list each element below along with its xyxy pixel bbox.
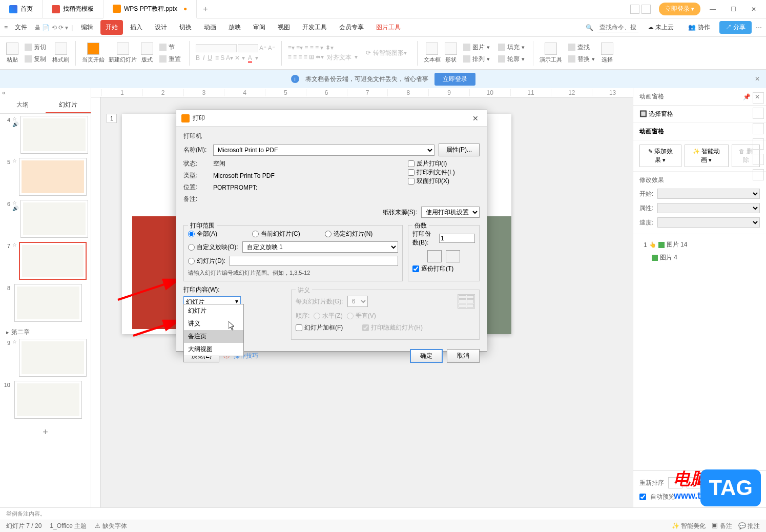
side-icon-4[interactable]: [753, 138, 764, 150]
slides-range-input[interactable]: [230, 256, 398, 266]
range-selected-radio[interactable]: 选定幻灯片(N): [325, 230, 373, 238]
info-close-button[interactable]: ✕: [755, 75, 760, 83]
paper-source-select[interactable]: 使用打印机设置: [421, 207, 480, 218]
menu-animation[interactable]: 动画: [199, 20, 221, 35]
format-painter-button[interactable]: 格式刷: [52, 43, 69, 64]
copy-button[interactable]: 复制: [23, 54, 48, 65]
app-menu-icon[interactable]: ≡: [4, 24, 8, 31]
side-icon-2[interactable]: [753, 108, 764, 119]
shape-button[interactable]: 形状: [445, 43, 457, 64]
slide-thumb-10[interactable]: 10: [2, 381, 89, 419]
slides-list[interactable]: 4☆🔊 5☆ 6☆🔊 7☆ 8 ▸ 第二章 9☆ 10 +: [0, 114, 91, 507]
cancel-button[interactable]: 取消: [447, 349, 480, 363]
reverse-print-checkbox[interactable]: 反片打印(I): [408, 159, 480, 168]
tab-document[interactable]: WPS PPT教程.pptx●: [103, 0, 197, 18]
tab-home[interactable]: 首页: [0, 0, 43, 18]
sidebar-collapse[interactable]: «: [2, 89, 6, 96]
side-icon-1[interactable]: [753, 92, 764, 104]
section-header[interactable]: ▸ 第二章: [2, 326, 89, 339]
close-button[interactable]: ✕: [746, 3, 762, 15]
custom-show-select[interactable]: 自定义放映 1: [242, 241, 398, 253]
toolbar-quick-icons[interactable]: 🖶 📄 ⟲ ⟳ ▾: [34, 24, 68, 31]
menu-design[interactable]: 设计: [150, 20, 172, 35]
outline-button[interactable]: 轮廓▾: [496, 54, 527, 65]
duplex-checkbox[interactable]: 双面打印(X): [408, 177, 480, 186]
select-window-button[interactable]: 🔲 选择窗格: [639, 110, 673, 117]
menu-start[interactable]: 开始: [100, 20, 123, 35]
layout-button[interactable]: 版式: [141, 43, 153, 64]
menu-file[interactable]: 文件: [10, 20, 32, 35]
side-icon-6[interactable]: [753, 169, 764, 180]
smart-anim-button[interactable]: ✨ 智能动画 ▾: [685, 145, 729, 167]
menu-picture-tools[interactable]: 图片工具: [371, 20, 406, 35]
tab-template[interactable]: 找稻壳模板: [43, 0, 103, 18]
share-button[interactable]: ↗ 分享: [719, 21, 752, 34]
smart-graphic-button[interactable]: ⟳ 转智能图形▾: [362, 49, 410, 57]
reset-button[interactable]: 重置: [157, 54, 183, 65]
side-icon-5[interactable]: [753, 154, 764, 165]
align-text-button[interactable]: 对齐文本: [327, 53, 351, 62]
picture-button[interactable]: 图片▾: [461, 42, 492, 53]
command-search-input[interactable]: [597, 23, 638, 32]
section-button[interactable]: 节: [157, 42, 183, 53]
notes-bar[interactable]: 举例备注内容。: [0, 507, 766, 520]
range-custom-radio[interactable]: 自定义放映(O):: [188, 243, 238, 252]
menu-review[interactable]: 审阅: [248, 20, 271, 35]
slide-thumb-6[interactable]: 6☆🔊: [2, 200, 89, 238]
info-login-button[interactable]: 立即登录: [434, 73, 475, 86]
range-slides-radio[interactable]: 幻灯片(D):: [188, 257, 225, 265]
tab-outline[interactable]: 大纲: [0, 97, 46, 113]
menu-slideshow[interactable]: 放映: [223, 20, 246, 35]
arrange-button[interactable]: 排列▾: [461, 54, 492, 65]
demo-tools-button[interactable]: 演示工具: [540, 43, 562, 64]
coop-button[interactable]: 👥 协作: [683, 20, 715, 35]
frame-checkbox[interactable]: 幻灯片加框(F): [296, 323, 343, 332]
pin-icon[interactable]: 📌: [743, 93, 751, 100]
property-select[interactable]: [657, 203, 760, 213]
range-current-radio[interactable]: 当前幻灯片(C): [252, 230, 300, 238]
ok-button[interactable]: 确定: [410, 349, 443, 363]
cloud-status[interactable]: ☁ 未上云: [643, 20, 679, 35]
auto-preview-checkbox[interactable]: [639, 494, 646, 500]
dd-handout[interactable]: 讲义: [184, 317, 243, 330]
menu-member[interactable]: 会员专享: [334, 20, 369, 35]
dialog-close-button[interactable]: ✕: [469, 114, 482, 122]
menu-insert[interactable]: 插入: [125, 20, 148, 35]
slide-thumb-4[interactable]: 4☆🔊: [2, 116, 89, 154]
speed-select[interactable]: [657, 217, 760, 228]
dd-slides[interactable]: 幻灯片: [184, 304, 243, 317]
dd-notes-page[interactable]: 备注页: [184, 330, 243, 343]
copies-spinner[interactable]: [439, 234, 475, 243]
slide-thumb-9[interactable]: 9☆: [2, 339, 89, 377]
slide-thumb-5[interactable]: 5☆: [2, 158, 89, 196]
fill-button[interactable]: 填充▾: [496, 42, 527, 53]
printer-name-select[interactable]: Microsoft Print to PDF: [213, 145, 434, 156]
menu-devtools[interactable]: 开发工具: [297, 20, 332, 35]
notes-toggle[interactable]: ▣ 备注: [712, 522, 732, 530]
more-menu[interactable]: ⋯: [756, 24, 762, 31]
add-slide-button[interactable]: +: [2, 423, 89, 442]
layout-icons[interactable]: [626, 5, 655, 14]
status-missing-font[interactable]: ⚠ 缺失字体: [95, 522, 127, 530]
side-icon-3[interactable]: [753, 123, 764, 134]
collate-checkbox[interactable]: 逐份打印(T): [412, 264, 475, 273]
find-button[interactable]: 查找: [566, 42, 597, 53]
menu-edit[interactable]: 编辑: [76, 20, 98, 35]
login-button[interactable]: 立即登录 ▾: [659, 3, 700, 15]
tab-slides[interactable]: 幻灯片: [46, 97, 91, 113]
minimize-button[interactable]: —: [705, 3, 721, 15]
menu-view[interactable]: 视图: [273, 20, 295, 35]
range-all-radio[interactable]: 全部(A): [188, 230, 217, 238]
smart-beautify-button[interactable]: ✨ 智能美化: [672, 522, 706, 530]
menu-transition[interactable]: 切换: [174, 20, 197, 35]
anim-tree-item[interactable]: 1 👆 图片 14: [639, 238, 760, 251]
replace-button[interactable]: 替换▾: [566, 54, 597, 65]
select-button[interactable]: 选择: [601, 43, 613, 64]
dd-outline-view[interactable]: 大纲视图: [184, 343, 243, 356]
start-select[interactable]: [657, 189, 760, 199]
add-tab-button[interactable]: +: [197, 5, 214, 14]
textbox-button[interactable]: 文本框: [424, 43, 441, 64]
paste-button[interactable]: 粘贴: [6, 43, 18, 64]
print-to-file-checkbox[interactable]: 打印到文件(L): [408, 168, 480, 177]
slide-thumb-7[interactable]: 7☆: [2, 242, 89, 280]
